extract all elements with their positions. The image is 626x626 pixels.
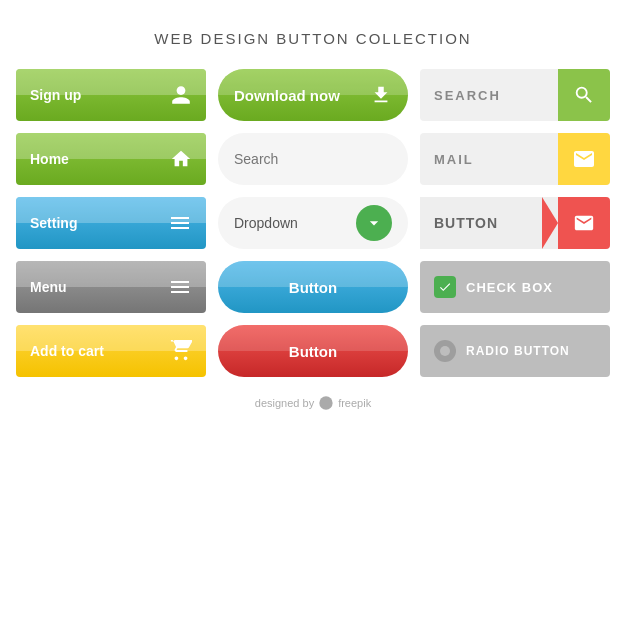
mail-label: MAIL: [420, 152, 558, 167]
setting-label: Setting: [30, 215, 77, 231]
checkbox-label: CHECK BOX: [466, 280, 553, 295]
download-button[interactable]: Download now: [218, 69, 408, 121]
button-red-pill[interactable]: Button: [218, 325, 408, 377]
search-input[interactable]: [234, 151, 408, 167]
mail-icon-box: [558, 133, 610, 185]
menu-label: Menu: [30, 279, 67, 295]
home-button[interactable]: Home: [16, 133, 206, 185]
home-label: Home: [30, 151, 69, 167]
download-label: Download now: [234, 87, 340, 104]
footer-text: designed by: [255, 397, 314, 409]
add-to-cart-button[interactable]: Add to cart: [16, 325, 206, 377]
button-red-label: Button: [289, 343, 337, 360]
footer-brand: freepik: [338, 397, 371, 409]
chevron-down-icon: [364, 213, 384, 233]
search-sq-icon: [573, 84, 595, 106]
search-static-label: SEARCH: [420, 88, 558, 103]
footer: designed by freepik: [255, 395, 371, 411]
freepik-logo-icon: [318, 395, 334, 411]
button-mail-icon-box: [558, 197, 610, 249]
search-input-bar[interactable]: [218, 133, 408, 185]
mail-button[interactable]: MAIL: [420, 133, 610, 185]
settings-icon: [168, 211, 192, 235]
dropdown-circle: [356, 205, 392, 241]
button-grid: Sign up Download now SEARCH Home: [0, 69, 626, 377]
home-icon: [170, 148, 192, 170]
add-to-cart-label: Add to cart: [30, 343, 104, 359]
mail-icon: [572, 147, 596, 171]
dropdown-label: Dropdown: [234, 215, 298, 231]
page-title: WEB DESIGN BUTTON COLLECTION: [154, 30, 471, 47]
button-arrow-label: BUTTON: [420, 215, 542, 231]
menu-button[interactable]: Menu: [16, 261, 206, 313]
signup-label: Sign up: [30, 87, 81, 103]
button-blue-label: Button: [289, 279, 337, 296]
radio-inner: [440, 346, 450, 356]
check-icon: [438, 280, 452, 294]
signup-button[interactable]: Sign up: [16, 69, 206, 121]
checkbox-box: [434, 276, 456, 298]
svg-point-0: [319, 396, 332, 409]
cart-icon: [170, 340, 192, 362]
search-sq-box: [558, 69, 610, 121]
setting-button[interactable]: Setting: [16, 197, 206, 249]
arrow-notch: [542, 197, 558, 249]
dropdown-button[interactable]: Dropdown: [218, 197, 408, 249]
radio-button[interactable]: RADIO BUTTON: [420, 325, 610, 377]
search-static-button[interactable]: SEARCH: [420, 69, 610, 121]
download-icon: [370, 84, 392, 106]
button-arrow-button[interactable]: BUTTON: [420, 197, 610, 249]
checkbox-button[interactable]: CHECK BOX: [420, 261, 610, 313]
button-mail-icon: [573, 212, 595, 234]
radio-label: RADIO BUTTON: [466, 344, 570, 358]
radio-outer: [434, 340, 456, 362]
user-icon: [170, 84, 192, 106]
menu-icon: [168, 275, 192, 299]
button-blue-pill[interactable]: Button: [218, 261, 408, 313]
